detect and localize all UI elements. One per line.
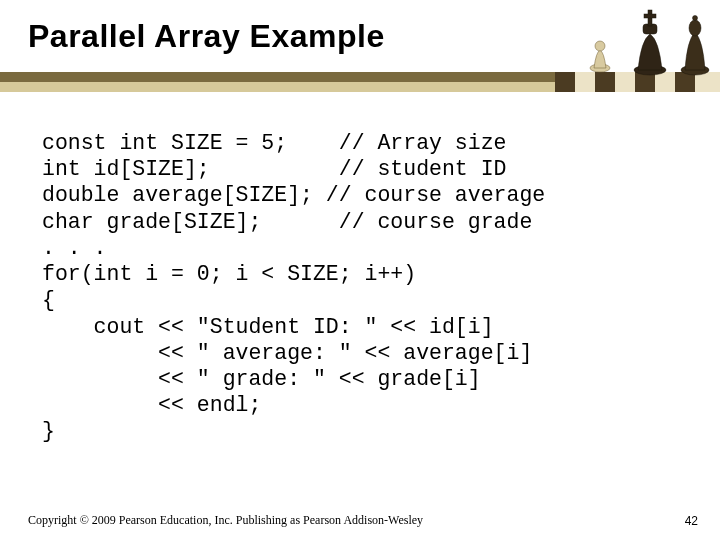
slide-header: Parallel Array Example [0,0,720,96]
svg-rect-0 [555,72,575,92]
svg-rect-2 [595,72,615,92]
svg-rect-1 [575,72,595,92]
chess-decoration [555,0,720,92]
page-title: Parallel Array Example [28,18,385,55]
svg-rect-13 [644,14,656,18]
copyright-text: Copyright © 2009 Pearson Education, Inc.… [28,513,423,528]
chess-pieces-icon [555,0,720,92]
svg-point-16 [693,16,698,21]
svg-rect-5 [655,72,675,92]
svg-point-15 [689,20,701,36]
page-number: 42 [685,514,698,528]
svg-point-9 [595,41,605,51]
code-sample: const int SIZE = 5; // Array size int id… [42,130,545,445]
svg-rect-3 [615,72,635,92]
divider-dark [0,72,555,82]
